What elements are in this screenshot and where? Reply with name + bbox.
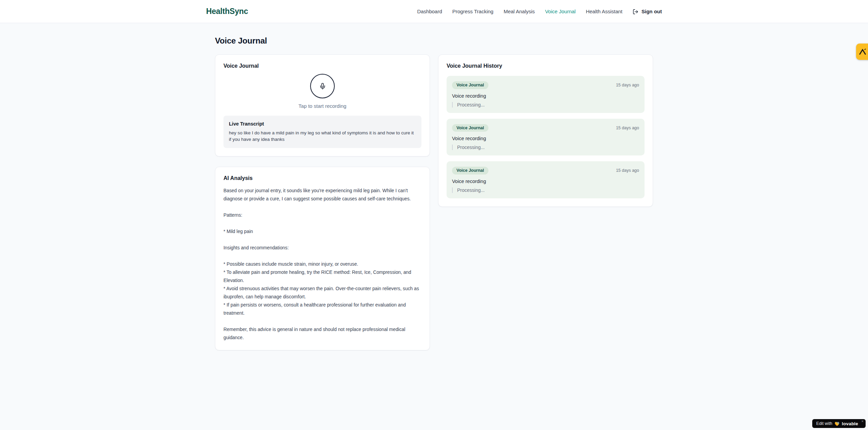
ai-analysis-title: AI Analysis [223,175,421,181]
heart-icon [834,421,840,426]
nav-progress-tracking[interactable]: Progress Tracking [452,9,494,14]
close-icon[interactable]: × [862,419,864,423]
page-title: Voice Journal [215,36,653,46]
edit-badge-prefix: Edit with [816,421,832,426]
entry-title: Voice recording [452,136,639,141]
recorder-card-title: Voice Journal [223,63,421,69]
entry-type-badge: Voice Journal [452,124,488,132]
primary-nav: Dashboard Progress Tracking Meal Analysi… [417,9,662,15]
tap-to-record-hint: Tap to start recording [299,103,347,109]
edit-badge-brand: lovable [842,421,858,426]
nav-dashboard[interactable]: Dashboard [417,9,442,14]
entry-title: Voice recording [452,179,639,184]
microphone-icon [319,83,326,90]
record-button[interactable] [310,74,335,98]
history-list: Voice Journal 15 days ago Voice recordin… [447,76,645,198]
nav-voice-journal[interactable]: Voice Journal [545,9,575,14]
sign-out-button[interactable]: Sign out [633,9,662,15]
ai-analysis-text: Based on your journal entry, it sounds l… [223,187,421,342]
history-item[interactable]: Voice Journal 15 days ago Voice recordin… [447,76,645,113]
entry-type-badge: Voice Journal [452,167,488,175]
log-out-icon [633,9,638,15]
floating-logo-button[interactable] [856,44,868,60]
entry-type-badge: Voice Journal [452,81,488,89]
entry-timestamp: 15 days ago [616,83,639,87]
history-card-title: Voice Journal History [447,63,645,69]
live-transcript-box: Live Transcript hey so like I do have a … [223,116,421,148]
nav-meal-analysis[interactable]: Meal Analysis [504,9,535,14]
app-header: HealthSync Dashboard Progress Tracking M… [0,0,868,23]
entry-status: Processing... [452,145,639,150]
entry-timestamp: 15 days ago [616,168,639,173]
sign-out-label: Sign out [641,9,662,14]
history-card: Voice Journal History Voice Journal 15 d… [438,54,653,207]
entry-timestamp: 15 days ago [616,126,639,130]
voice-recorder-card: Voice Journal Tap to start recording [215,54,430,156]
nav-health-assistant[interactable]: Health Assistant [586,9,622,14]
live-transcript-label: Live Transcript [229,121,416,127]
main-content: Voice Journal Voice Journal T [215,23,653,350]
entry-status: Processing... [452,102,639,108]
caret-logo-icon [859,49,866,55]
edit-with-lovable-badge[interactable]: Edit with lovable × [812,419,866,428]
entry-status: Processing... [452,187,639,193]
ai-analysis-card: AI Analysis Based on your journal entry,… [215,167,430,350]
brand-logo[interactable]: HealthSync [206,7,248,16]
history-item[interactable]: Voice Journal 15 days ago Voice recordin… [447,161,645,198]
live-transcript-text: hey so like I do have a mild pain in my … [229,130,416,143]
history-item[interactable]: Voice Journal 15 days ago Voice recordin… [447,119,645,156]
entry-title: Voice recording [452,93,639,99]
